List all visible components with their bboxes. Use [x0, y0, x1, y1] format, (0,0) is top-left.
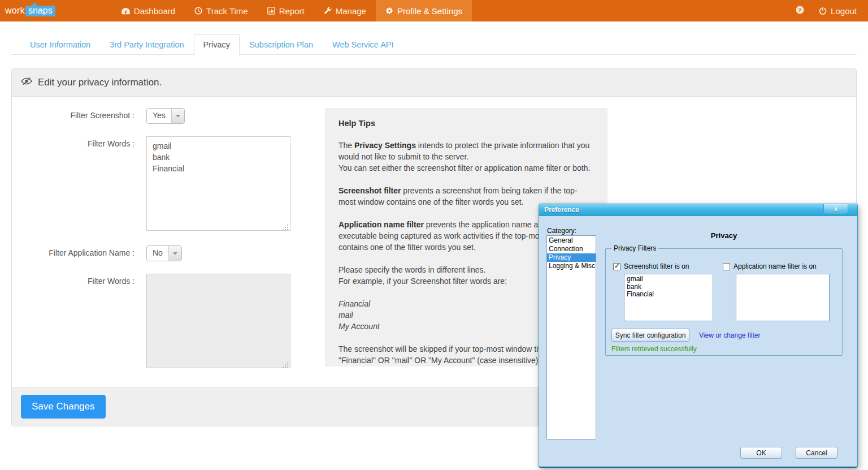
category-item-connection[interactable]: Connection — [547, 245, 596, 253]
filter-application-name-select[interactable]: No — [146, 245, 182, 261]
nav-item-report[interactable]: Report — [258, 0, 314, 21]
help-button[interactable]: ? — [796, 6, 804, 16]
clock-icon — [194, 7, 202, 15]
cancel-button[interactable]: Cancel — [796, 447, 837, 459]
checkbox-label: Screenshot filter is on — [624, 262, 689, 270]
logout-label: Logout — [831, 6, 857, 16]
top-navbar: work snaps Dashboard Track Time Report M… — [0, 0, 868, 21]
tab-subscription-plan[interactable]: Subscription Plan — [240, 34, 323, 55]
privacy-filters-groupbox: Privacy Filters Screenshot filter is on … — [605, 248, 843, 356]
worksnaps-logo[interactable]: work snaps — [0, 0, 55, 21]
application-name-filter-checkbox-row[interactable]: Application name filter is on — [723, 262, 817, 270]
nav-item-profile-settings[interactable]: Profile & Settings — [376, 0, 472, 21]
nav-item-dashboard[interactable]: Dashboard — [112, 0, 185, 21]
category-item-privacy[interactable]: Privacy — [547, 253, 596, 262]
eye-slash-icon — [21, 76, 32, 89]
filter-words-2-textarea — [146, 274, 290, 368]
main-nav: Dashboard Track Time Report Manage Profi… — [112, 0, 472, 21]
category-listbox: General Connection Privacy Logging & Mis… — [546, 235, 596, 439]
nav-label: Dashboard — [134, 6, 175, 16]
groupbox-label: Privacy Filters — [611, 244, 658, 252]
filter-words-textarea[interactable]: gmail bank Financial — [146, 136, 290, 231]
select-value: Yes — [147, 109, 171, 123]
panel-header: Edit your privacy information. — [12, 69, 856, 97]
filter-application-name-label: Filter Application Name : — [12, 245, 134, 261]
nav-label: Track Time — [206, 6, 248, 16]
chevron-down-icon — [168, 246, 181, 261]
logo-badge-snaps: snaps — [25, 6, 55, 16]
nav-item-manage[interactable]: Manage — [314, 0, 376, 21]
tab-user-information[interactable]: User Information — [20, 34, 100, 55]
tab-privacy[interactable]: Privacy — [194, 34, 240, 55]
list-item[interactable]: bank — [627, 283, 710, 291]
category-item-logging-misc[interactable]: Logging & Misc — [547, 262, 596, 270]
nav-label: Manage — [336, 6, 366, 16]
filter-words-label: Filter Words : — [12, 136, 134, 233]
select-value: No — [147, 246, 168, 261]
screenshot-filter-checkbox-row[interactable]: Screenshot filter is on — [613, 262, 689, 270]
tab-web-service-api[interactable]: Web Service API — [323, 34, 403, 55]
tab-3rd-party-integration[interactable]: 3rd Party Integration — [100, 34, 193, 55]
bar-chart-icon — [267, 7, 275, 15]
filter-words-2-label: Filter Words : — [12, 274, 134, 370]
logo-text-work: work — [5, 6, 25, 16]
list-item[interactable]: gmail — [627, 275, 710, 283]
checkbox-checked-icon[interactable] — [613, 263, 620, 270]
nav-label: Report — [279, 6, 305, 16]
chevron-down-icon — [171, 109, 184, 123]
category-label: Category: — [547, 227, 576, 235]
nav-item-track-time[interactable]: Track Time — [185, 0, 258, 21]
filter-screenshot-label: Filter Screenshot : — [12, 108, 134, 124]
wrench-icon — [324, 7, 332, 15]
navbar-right: ? Logout — [796, 0, 868, 21]
view-or-change-filter-link[interactable]: View or change filter — [699, 331, 761, 339]
preference-dialog: Preference x Category: General Connectio… — [539, 204, 858, 468]
svg-text:?: ? — [798, 6, 802, 12]
checkbox-label: Application name filter is on — [734, 262, 817, 270]
filters-status-text: Filters retrieved successfully — [611, 345, 697, 353]
list-item[interactable]: Financial — [627, 291, 710, 299]
logout-button[interactable]: Logout — [819, 6, 857, 16]
category-item-general[interactable]: General — [547, 236, 596, 245]
settings-tab-bar: User Information 3rd Party Integration P… — [11, 34, 857, 55]
sync-filter-configuration-button[interactable]: Sync filter configuration — [611, 329, 689, 342]
help-tips-title: Help Tips — [338, 118, 594, 129]
checkbox-unchecked-icon[interactable] — [723, 263, 730, 270]
nav-label: Profile & Settings — [397, 6, 462, 16]
dialog-titlebar[interactable]: Preference — [539, 204, 857, 216]
gear-icon — [385, 7, 393, 15]
dashboard-icon — [121, 7, 130, 15]
application-filter-words-listbox[interactable] — [736, 274, 830, 321]
panel-title: Edit your privacy information. — [38, 77, 162, 88]
power-icon — [819, 7, 827, 15]
dialog-page-title: Privacy — [605, 231, 843, 240]
save-changes-button[interactable]: Save Changes — [21, 395, 106, 419]
question-circle-icon: ? — [796, 6, 804, 16]
close-icon[interactable]: x — [823, 204, 848, 214]
filter-screenshot-select[interactable]: Yes — [146, 108, 185, 124]
ok-button[interactable]: OK — [740, 447, 782, 459]
help-paragraph: The Privacy Settings intends to protect … — [338, 140, 594, 174]
screenshot-filter-words-listbox[interactable]: gmail bank Financial — [624, 274, 713, 321]
